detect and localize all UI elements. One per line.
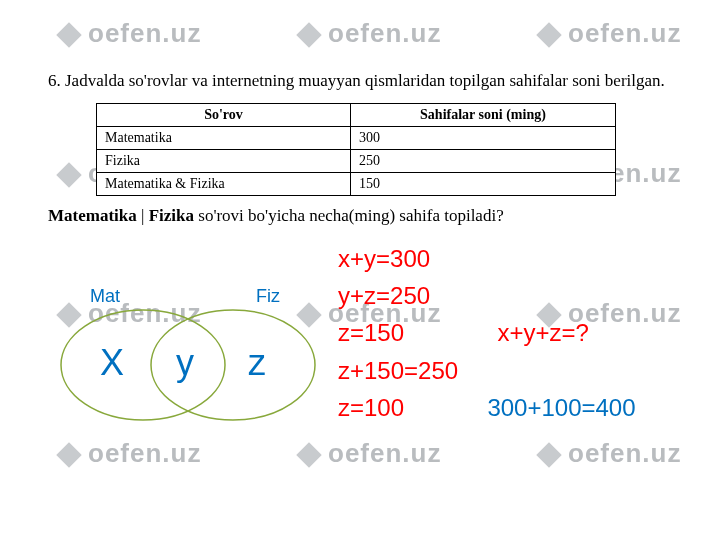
eq-line-5b: 300+100=400: [487, 394, 635, 421]
col-header-query: So'rov: [97, 103, 351, 126]
cell-pages: 300: [350, 126, 615, 149]
col-header-pages: Sahifalar soni (ming): [350, 103, 615, 126]
table-row: Matematika 300: [97, 126, 616, 149]
venn-label-right: Fiz: [256, 286, 280, 307]
cell-pages: 150: [350, 172, 615, 195]
svg-point-0: [61, 310, 225, 420]
eq-line-2: y+z=250: [338, 282, 430, 309]
question-bold-1: Matematika: [48, 206, 137, 225]
question-text: Matematika | Fizika so'rovi bo'yicha nec…: [48, 206, 672, 226]
data-table: So'rov Sahifalar soni (ming) Matematika …: [96, 103, 616, 196]
eq-line-3b: x+y+z=?: [497, 319, 588, 346]
table-row: Matematika & Fizika 150: [97, 172, 616, 195]
venn-var-y: y: [176, 342, 194, 384]
table-header-row: So'rov Sahifalar soni (ming): [97, 103, 616, 126]
venn-var-z: z: [248, 342, 266, 384]
venn-var-x: X: [100, 342, 124, 384]
venn-diagram: Mat Fiz X y z: [48, 280, 328, 440]
eq-line-1: x+y=300: [338, 245, 430, 272]
eq-line-4: z+150=250: [338, 357, 458, 384]
eq-line-3a: z=150: [338, 319, 404, 346]
venn-label-left: Mat: [90, 286, 120, 307]
question-sep: |: [137, 206, 149, 225]
eq-line-5a: z=100: [338, 394, 404, 421]
cell-query: Fizika: [97, 149, 351, 172]
cell-query: Matematika: [97, 126, 351, 149]
question-tail: so'rovi bo'yicha necha(ming) sahifa topi…: [194, 206, 504, 225]
cell-pages: 250: [350, 149, 615, 172]
table-row: Fizika 250: [97, 149, 616, 172]
equations: x+y=300 y+z=250 z=150 x+y+z=? z+150=250 …: [338, 240, 636, 426]
cell-query: Matematika & Fizika: [97, 172, 351, 195]
problem-text: 6. Jadvalda so'rovlar va internetning mu…: [48, 70, 672, 93]
question-bold-2: Fizika: [149, 206, 194, 225]
